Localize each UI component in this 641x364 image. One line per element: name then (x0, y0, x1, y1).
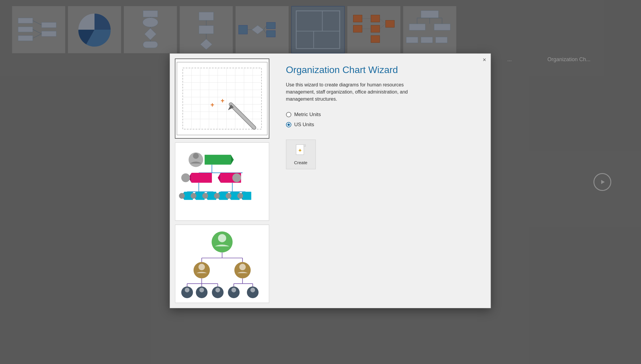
wizard-title: Organization Chart Wizard (286, 64, 478, 75)
svg-point-143 (215, 288, 220, 292)
us-units-option[interactable]: US Units (286, 122, 478, 128)
units-radio-group: Metric Units US Units (286, 112, 478, 128)
metric-units-label: Metric Units (294, 112, 321, 118)
modal-thumbnails-panel: + + (170, 54, 274, 308)
svg-rect-87 (204, 155, 231, 164)
modal-dialog: × (170, 53, 491, 308)
svg-point-118 (237, 193, 243, 199)
svg-point-141 (199, 288, 204, 292)
svg-text:+: + (221, 97, 224, 105)
svg-rect-111 (242, 192, 251, 200)
wizard-description: Use this wizard to create diagrams for h… (286, 81, 411, 103)
metric-units-option[interactable]: Metric Units (286, 112, 478, 118)
svg-marker-88 (231, 155, 234, 164)
svg-point-113 (179, 193, 185, 199)
svg-marker-94 (218, 173, 221, 183)
svg-text:✦: ✦ (298, 148, 302, 153)
svg-point-96 (232, 173, 241, 182)
create-label: Create (294, 160, 307, 165)
svg-point-139 (185, 288, 189, 292)
svg-point-115 (202, 193, 208, 199)
svg-point-126 (198, 264, 205, 270)
us-units-radio[interactable] (286, 122, 291, 127)
svg-point-120 (218, 234, 226, 242)
thumbnail-blank[interactable]: + + (175, 58, 269, 139)
create-icon: ✦ (295, 144, 307, 158)
svg-point-145 (231, 288, 236, 292)
svg-point-117 (226, 193, 231, 199)
create-button[interactable]: ✦ Create (286, 140, 316, 169)
thumbnail-people[interactable] (175, 224, 269, 303)
thumbnail-colorful[interactable] (175, 142, 269, 221)
svg-text:+: + (210, 101, 214, 109)
svg-point-128 (239, 264, 246, 270)
svg-point-86 (193, 153, 199, 159)
metric-units-radio[interactable] (286, 112, 291, 117)
svg-point-147 (250, 288, 255, 292)
svg-point-95 (181, 173, 190, 182)
svg-rect-91 (191, 173, 212, 183)
modal-body: + + (170, 54, 490, 308)
us-units-label: US Units (294, 122, 314, 128)
svg-rect-150 (304, 145, 305, 146)
modal-close-button[interactable]: × (483, 57, 486, 63)
svg-point-114 (190, 193, 196, 199)
modal-wizard-panel: Organization Chart Wizard Use this wizar… (274, 54, 490, 308)
svg-point-116 (214, 193, 220, 199)
